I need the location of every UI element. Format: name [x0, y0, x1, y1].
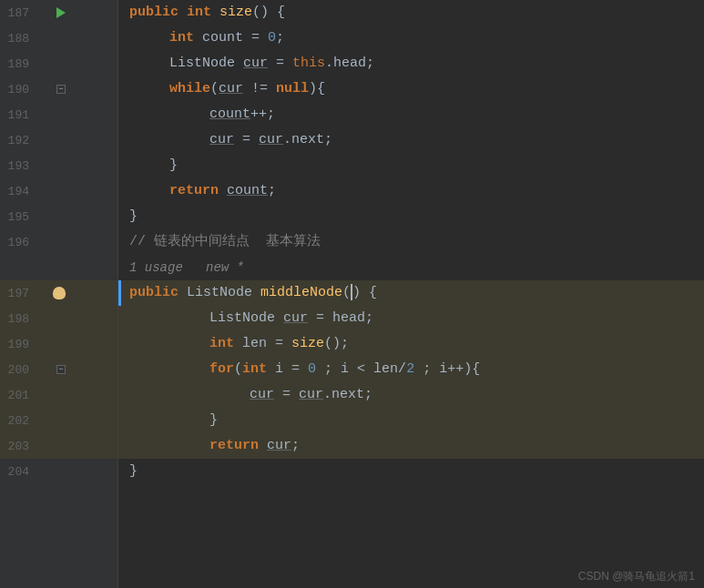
token-kw: return: [209, 438, 259, 453]
line-number: 189: [0, 57, 33, 71]
code-content: cur = cur.next;: [129, 127, 332, 153]
code-row: public ListNode middleNode() {: [118, 280, 704, 306]
code-content: ListNode cur = head;: [129, 306, 373, 331]
gutter-row: 192: [0, 127, 117, 153]
code-row: // 链表的中间结点 基本算法: [118, 229, 704, 255]
token-plain: =: [283, 361, 308, 377]
token-kw: int: [169, 30, 194, 46]
fold-icon[interactable]: −: [56, 365, 66, 374]
fold-icon[interactable]: −: [56, 85, 66, 94]
token-fn: size: [291, 336, 324, 351]
token-plain: =: [274, 387, 299, 402]
gutter-row: 189: [0, 51, 117, 76]
code-row: public int size() {: [118, 0, 704, 25]
gutter-row: 202: [0, 408, 117, 433]
green-arrow-icon: [56, 7, 66, 18]
code-row: ListNode cur = head;: [118, 306, 704, 331]
gutter-row: 197: [0, 280, 117, 306]
token-var: count: [202, 30, 243, 46]
gutter-row: 196: [0, 229, 117, 255]
code-content: return count;: [129, 178, 276, 204]
gutter-row: 190−: [0, 76, 117, 102]
gutter-row: 188: [0, 25, 117, 51]
token-plain: len =: [234, 336, 291, 351]
gutter-icons: −: [33, 365, 69, 374]
gutter-row: 203: [0, 433, 117, 459]
underlined-var: cur: [283, 310, 308, 326]
code-editor: 187188189190−191192193194195196197198199…: [0, 0, 704, 588]
line-number: 197: [0, 287, 33, 300]
code-content: public int size() {: [129, 0, 285, 25]
token-plain: i: [275, 361, 283, 377]
watermark: CSDN @骑马龟追火箭1: [578, 569, 695, 584]
code-content: for(int i = 0 ; i < len/2 ; i++){: [129, 357, 480, 382]
token-plain: }: [129, 463, 138, 479]
token-num: 0: [268, 30, 276, 46]
gutter-row: 194: [0, 178, 117, 204]
gutter-row: 191: [0, 102, 117, 127]
code-content: 1 usage new *: [129, 255, 244, 281]
token-kw: int: [187, 5, 211, 20]
line-number: 201: [0, 389, 33, 402]
line-number: 195: [0, 210, 33, 224]
underlined-var: cur: [219, 81, 243, 96]
line-number: 199: [0, 338, 33, 351]
token-plain: [194, 30, 202, 46]
token-plain: ; i++){: [414, 361, 480, 377]
blue-bar: [118, 280, 121, 306]
code-row: int count = 0;: [118, 25, 704, 51]
token-plain: [267, 361, 275, 377]
gutter-row: 198: [0, 306, 117, 331]
underlined-var: cur: [299, 387, 323, 402]
token-kw: return: [169, 183, 219, 198]
token-plain: ) {: [352, 285, 377, 300]
bulb-icon[interactable]: [53, 287, 66, 299]
code-content: }: [129, 408, 218, 433]
token-plain: [259, 438, 267, 453]
code-row: for(int i = 0 ; i < len/2 ; i++){: [118, 357, 704, 382]
line-number: 191: [0, 108, 33, 122]
line-number: 202: [0, 414, 33, 428]
gutter-icons: −: [33, 85, 69, 94]
code-content: ListNode cur = this.head;: [129, 51, 374, 76]
line-number: 200: [0, 363, 33, 377]
gutter-row: 201: [0, 382, 117, 408]
token-plain: =: [268, 56, 292, 71]
underlined-var: cur: [267, 438, 291, 453]
token-kw: public: [129, 285, 179, 300]
line-number: 198: [0, 312, 33, 326]
code-row: 1 usage new *: [118, 255, 704, 280]
gutter-row: 204: [0, 459, 117, 484]
code-content: }: [129, 204, 138, 229]
gutter-row: 193: [0, 153, 117, 178]
token-plain: ();: [324, 336, 349, 351]
line-number: 204: [0, 465, 33, 479]
line-number: 187: [0, 6, 33, 20]
token-num: 0: [308, 361, 316, 377]
token-plain: [219, 183, 227, 198]
token-plain: (: [342, 285, 351, 300]
code-row: }: [118, 408, 704, 433]
code-row: return count;: [118, 178, 704, 204]
code-row: int len = size();: [118, 331, 704, 357]
token-plain: }: [129, 208, 138, 224]
token-plain: = head;: [308, 310, 373, 326]
code-content: while(cur != null){: [129, 76, 325, 102]
code-row: }: [118, 204, 704, 229]
code-content: public ListNode middleNode() {: [129, 280, 377, 306]
underlined-var: count: [209, 106, 250, 122]
token-plain: }: [209, 412, 218, 428]
gutter-row: [0, 255, 117, 280]
line-number: 194: [0, 185, 33, 198]
token-plain: ;: [291, 438, 300, 453]
line-number: 196: [0, 236, 33, 249]
code-content: int len = size();: [129, 331, 349, 357]
code-row: }: [118, 153, 704, 178]
token-kw: for: [209, 361, 234, 377]
code-content: cur = cur.next;: [129, 382, 372, 408]
underlined-var: cur: [259, 132, 283, 147]
line-number: 192: [0, 134, 33, 147]
underlined-var: cur: [250, 387, 274, 402]
gutter-row: 200−: [0, 357, 117, 382]
gutter-row: 199: [0, 331, 117, 357]
